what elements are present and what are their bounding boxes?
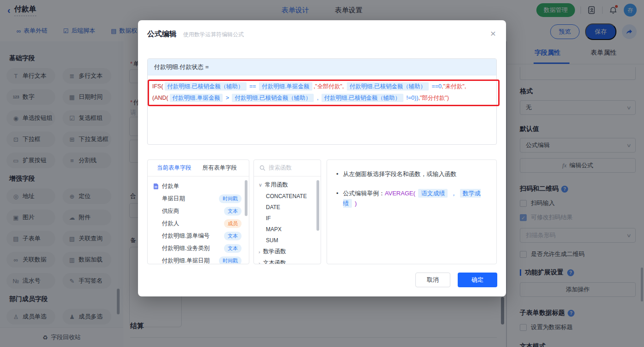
modal-subtitle: 使用数学运算符编辑公式 — [183, 31, 244, 39]
function-group-label: 常用函数 — [265, 181, 288, 189]
variable-root-付款单[interactable]: 付款单 — [148, 180, 249, 193]
help-function-name: AVERAGE( — [385, 190, 417, 197]
formula-line: IFS(付款明细.已核销金额（辅助） == 付款明细.单据金额,"全部付款", … — [152, 81, 492, 92]
variable-type-badge: 文本 — [224, 207, 242, 216]
search-icon — [259, 165, 265, 171]
variable-type-badge: 时间戳 — [219, 194, 242, 203]
help-separator: ， — [449, 190, 458, 197]
variable-item-付款明细.单据日期[interactable]: 付款明细.单据日期时间戳 — [148, 255, 249, 264]
variable-label: 付款人 — [162, 220, 179, 228]
formula-target: 付款明细.付款状态 = — [148, 59, 496, 75]
variables-panel: 当前表单字段 所有表单字段 付款单单据日期时间戳供应商文本付款人成员付款明细.源… — [147, 159, 249, 264]
formula-token: IFS( — [152, 83, 163, 90]
variable-label: 付款明细.源单编号 — [162, 232, 209, 240]
variable-label: 供应商 — [162, 207, 179, 215]
help-example-prefix: 公式编辑举例： — [343, 190, 385, 197]
variable-label: 付款明细.单据日期 — [162, 257, 209, 264]
variable-type-badge: 文本 — [224, 244, 242, 253]
field-token[interactable]: 付款明细.已核销金额（辅助） — [322, 94, 403, 102]
tab-current-form-fields[interactable]: 当前表单字段 — [157, 164, 191, 172]
formula-code-area[interactable]: IFS(付款明细.已核销金额（辅助） == 付款明细.单据金额,"全部付款", … — [148, 75, 496, 109]
help-function-close: ) — [353, 200, 357, 207]
field-token[interactable]: 付款明细.已核销金额（辅助） — [165, 82, 247, 91]
formula-token: ,"全部付款", — [314, 83, 345, 90]
function-item-MAPX[interactable]: MAPX — [254, 224, 321, 235]
function-group-常用函数[interactable]: ∨常用函数 — [254, 179, 321, 191]
variable-item-单据日期[interactable]: 单据日期时间戳 — [148, 193, 249, 205]
function-search-input[interactable]: 搜索函数 — [254, 160, 321, 176]
field-token[interactable]: 付款明细.单据金额 — [259, 82, 312, 91]
formula-token: ,"部分付款") — [418, 95, 449, 101]
variables-scrollbar[interactable] — [245, 180, 247, 216]
modal-title: 公式编辑 — [147, 29, 177, 39]
variable-type-badge: 时间戳 — [219, 256, 242, 264]
variables-tabs: 当前表单字段 所有表单字段 — [148, 160, 249, 176]
cancel-button[interactable]: 取消 — [415, 273, 450, 287]
chevron-down-icon: ∨ — [259, 182, 262, 188]
variable-item-付款明细.业务类别[interactable]: 付款明细.业务类别文本 — [148, 242, 249, 255]
formula-help-panel: •从左侧面板选择字段名和函数，或输入函数 •公式编辑举例：AVERAGE( 语文… — [327, 159, 497, 264]
help-line-1: •从左侧面板选择字段名和函数，或输入函数 — [336, 169, 488, 179]
formula-token: ==0 — [430, 83, 442, 90]
form-file-icon — [153, 183, 159, 189]
variable-label: 付款明细.业务类别 — [162, 245, 209, 252]
search-placeholder: 搜索函数 — [269, 164, 292, 172]
formula-token: , — [315, 95, 320, 101]
formula-token: == — [248, 83, 258, 90]
help-line-2: •公式编辑举例：AVERAGE( 语文成绩 ， 数学成绩 ) — [336, 188, 488, 209]
variable-type-badge: 成员 — [224, 219, 242, 228]
variable-item-供应商[interactable]: 供应商文本 — [148, 205, 249, 217]
formula-token: !=0)) — [405, 95, 419, 101]
function-item-SUM[interactable]: SUM — [254, 235, 321, 246]
function-item-CONCATENATE[interactable]: CONCATENATE — [254, 191, 321, 202]
formula-token: > — [224, 95, 230, 101]
functions-panel: 搜索函数 ∨常用函数CONCATENATEDATEIFMAPXSUM›数学函数›… — [253, 159, 321, 264]
field-token: 语文成绩 — [418, 189, 448, 198]
field-token[interactable]: 付款明细.已核销金额（辅助） — [347, 82, 429, 91]
formula-editor-modal: 公式编辑 使用数学运算符编辑公式 × 付款明细.付款状态 = IFS(付款明细.… — [138, 20, 506, 296]
variable-type-badge: 文本 — [224, 232, 242, 240]
chevron-right-icon: › — [259, 261, 260, 265]
field-token[interactable]: 付款明细.已核销金额（辅助） — [232, 94, 314, 102]
formula-token: ,"未付款", — [442, 83, 466, 90]
variable-item-付款人[interactable]: 付款人成员 — [148, 217, 249, 230]
variable-label: 单据日期 — [162, 195, 185, 203]
close-icon[interactable]: × — [490, 28, 496, 38]
confirm-button[interactable]: 确定 — [458, 273, 497, 287]
function-group-label: 文本函数 — [263, 259, 286, 264]
function-item-DATE[interactable]: DATE — [254, 202, 321, 213]
function-group-数学函数[interactable]: ›数学函数 — [254, 246, 321, 257]
chevron-right-icon: › — [259, 249, 260, 255]
tab-all-form-fields[interactable]: 所有表单字段 — [202, 164, 237, 172]
field-token[interactable]: 付款明细.单据金额 — [170, 94, 223, 102]
formula-line: (AND(付款明细.单据金额 > 付款明细.已核销金额（辅助） , 付款明细.已… — [152, 92, 492, 104]
app-window: ‹ 付款单 表单设计 表单设置 数据管理 存 ∞表单外链☑后端脚本▤数据权 预览… — [0, 0, 644, 347]
variable-root-label: 付款单 — [162, 182, 179, 190]
formula-token: (AND( — [152, 95, 168, 101]
variable-item-付款明细.源单编号[interactable]: 付款明细.源单编号文本 — [148, 230, 249, 242]
function-group-文本函数[interactable]: ›文本函数 — [254, 257, 321, 264]
function-item-IF[interactable]: IF — [254, 213, 321, 224]
functions-scrollbar[interactable] — [316, 180, 319, 231]
function-group-label: 数学函数 — [263, 248, 286, 256]
formula-editor: 付款明细.付款状态 = IFS(付款明细.已核销金额（辅助） == 付款明细.单… — [147, 58, 497, 145]
